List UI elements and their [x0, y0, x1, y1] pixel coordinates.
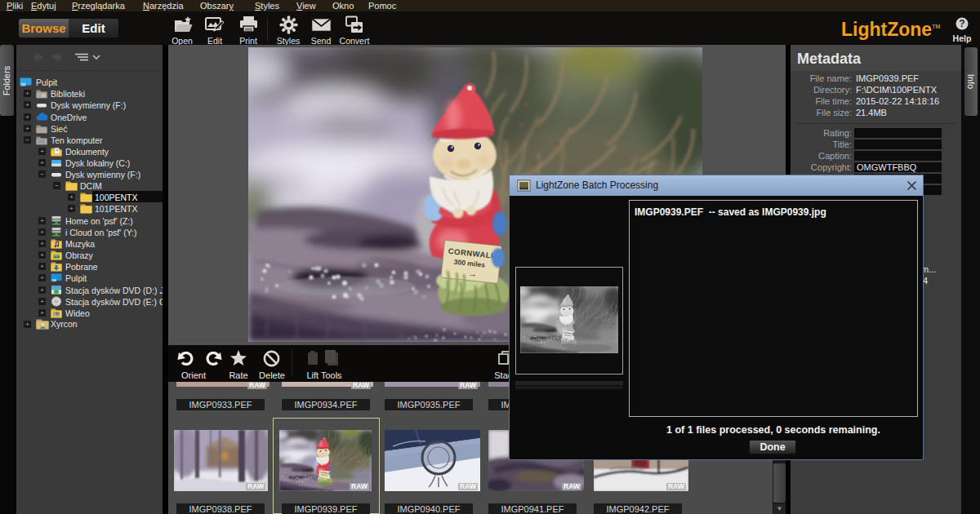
svg-text:?: ? — [959, 18, 964, 29]
